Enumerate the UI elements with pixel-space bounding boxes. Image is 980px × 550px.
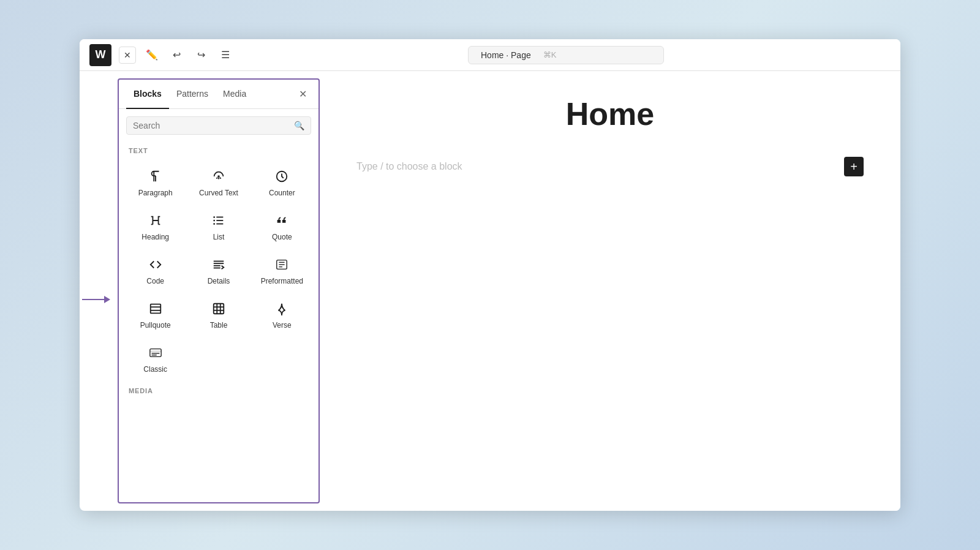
curved-text-label: Curved Text — [199, 189, 238, 197]
block-item-preformatted[interactable]: Preformatted — [251, 247, 314, 292]
block-item-list[interactable]: List — [187, 203, 250, 247]
tab-media[interactable]: Media — [216, 80, 254, 109]
verse-icon — [275, 300, 288, 317]
svg-rect-25 — [149, 350, 160, 352]
block-item-code[interactable]: Code — [124, 247, 187, 292]
shortcut-hint: ⌘K — [543, 50, 557, 59]
counter-label: Counter — [269, 189, 295, 197]
classic-icon — [149, 344, 162, 361]
table-icon — [212, 300, 225, 317]
page-title: Home — [566, 96, 654, 132]
list-view-icon[interactable]: ☰ — [217, 47, 234, 64]
paragraph-label: Paragraph — [138, 189, 173, 197]
pullquote-label: Pullquote — [140, 321, 171, 330]
address-text: Home · Page — [481, 50, 531, 60]
list-icon — [212, 212, 225, 229]
heading-label: Heading — [141, 233, 169, 241]
panel-tabs: Blocks Patterns Media ✕ — [119, 80, 318, 109]
block-item-curved-text[interactable]: Curved Text — [187, 159, 250, 203]
arrow-line — [82, 299, 104, 300]
editor-area: Home Type / to choose a block + — [320, 71, 900, 511]
block-item-heading[interactable]: Heading — [124, 203, 187, 247]
block-item-pullquote[interactable]: Pullquote — [124, 292, 187, 336]
main-area: Blocks Patterns Media ✕ 🔍 TEXT — [80, 71, 900, 511]
block-item-details[interactable]: Details — [187, 247, 250, 292]
verse-label: Verse — [273, 321, 292, 330]
redo-icon[interactable]: ↪ — [192, 47, 209, 64]
preformatted-label: Preformatted — [261, 277, 303, 285]
close-button[interactable]: ✕ — [119, 47, 136, 64]
counter-icon — [275, 168, 288, 185]
add-block-button[interactable]: + — [844, 157, 864, 176]
arrow-pointer — [82, 296, 110, 303]
table-label: Table — [210, 321, 228, 330]
curved-text-icon — [212, 168, 225, 185]
browser-window: W ✕ ✏️ ↩ ↪ ☰ Home · Page ⌘K Blocks Patte… — [80, 39, 900, 511]
block-placeholder-row: Type / to choose a block + — [356, 157, 864, 176]
code-icon — [149, 256, 162, 273]
svg-rect-24 — [149, 349, 160, 357]
heading-icon — [149, 212, 162, 229]
text-section-label: TEXT — [119, 142, 318, 157]
top-bar: W ✕ ✏️ ↩ ↪ ☰ Home · Page ⌘K — [80, 39, 900, 71]
preformatted-icon — [275, 256, 288, 273]
classic-label: Classic — [143, 365, 167, 374]
details-icon — [212, 256, 225, 273]
address-bar: Home · Page ⌘K — [468, 46, 664, 64]
code-label: Code — [146, 277, 164, 285]
undo-icon[interactable]: ↩ — [168, 47, 185, 64]
media-section-label: MEDIA — [119, 382, 318, 397]
block-item-table[interactable]: Table — [187, 292, 250, 336]
tab-patterns[interactable]: Patterns — [169, 80, 216, 109]
tab-blocks[interactable]: Blocks — [126, 80, 169, 109]
wp-logo: W — [89, 44, 111, 66]
paragraph-icon — [149, 168, 162, 185]
edit-icon[interactable]: ✏️ — [143, 47, 160, 64]
search-icon: 🔍 — [294, 121, 304, 130]
details-label: Details — [208, 277, 230, 285]
block-item-classic[interactable]: Classic — [124, 336, 187, 380]
quote-label: Quote — [272, 233, 292, 241]
block-item-verse[interactable]: Verse — [251, 292, 314, 336]
list-label: List — [213, 233, 225, 241]
block-item-counter[interactable]: Counter — [251, 159, 314, 203]
svg-point-0 — [217, 175, 220, 178]
search-box: 🔍 — [126, 116, 311, 135]
pullquote-icon — [149, 300, 162, 317]
block-item-quote[interactable]: Quote — [251, 203, 314, 247]
block-item-paragraph[interactable]: Paragraph — [124, 159, 187, 203]
svg-rect-19 — [214, 304, 224, 314]
block-placeholder-text: Type / to choose a block — [356, 161, 462, 172]
svg-rect-16 — [150, 304, 160, 314]
arrow-head — [104, 296, 110, 303]
blocks-panel: Blocks Patterns Media ✕ 🔍 TEXT — [118, 78, 320, 503]
quote-icon — [275, 212, 288, 229]
text-blocks-grid: Paragraph Curved Text — [119, 157, 318, 382]
panel-close-button[interactable]: ✕ — [294, 86, 311, 103]
search-input[interactable] — [133, 121, 289, 130]
